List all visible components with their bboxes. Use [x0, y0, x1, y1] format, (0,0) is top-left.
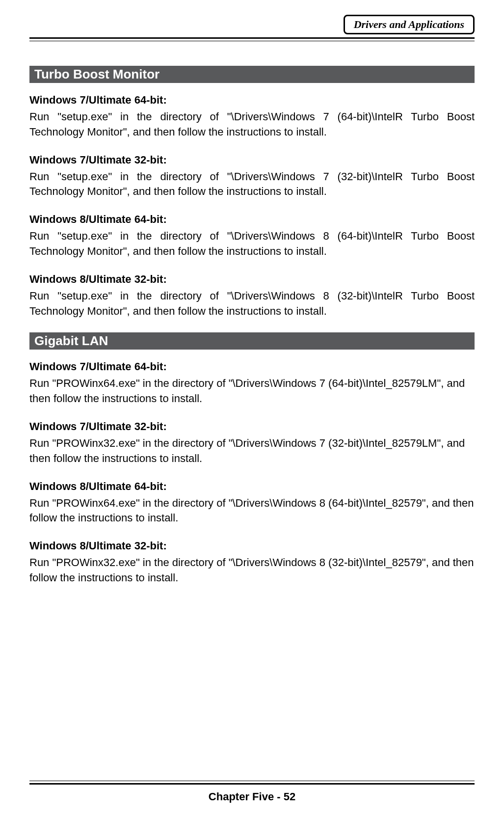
header-badge: Drivers and Applications — [344, 15, 475, 34]
subhead: Windows 7/Ultimate 64-bit: — [29, 94, 475, 107]
footer: Chapter Five - 52 — [29, 776, 475, 803]
body-text: Run "setup.exe" in the directory of "\Dr… — [29, 289, 475, 319]
body-text: Run "PROWinx64.exe" in the directory of … — [29, 496, 475, 526]
subhead: Windows 7/Ultimate 64-bit: — [29, 360, 475, 373]
subhead: Windows 8/Ultimate 32-bit: — [29, 540, 475, 552]
section-title-turbo-boost: Turbo Boost Monitor — [29, 66, 475, 83]
body-text: Run "setup.exe" in the directory of "\Dr… — [29, 229, 475, 259]
subhead: Windows 7/Ultimate 32-bit: — [29, 154, 475, 166]
body-text: Run "setup.exe" in the directory of "\Dr… — [29, 169, 475, 200]
body-text: Run "PROWinx64.exe" in the directory of … — [29, 376, 475, 407]
header-rule — [29, 37, 475, 41]
subhead: Windows 8/Ultimate 32-bit: — [29, 273, 475, 286]
subhead: Windows 8/Ultimate 64-bit: — [29, 480, 475, 493]
body-text: Run "setup.exe" in the directory of "\Dr… — [29, 109, 475, 140]
page-container: Drivers and Applications Turbo Boost Mon… — [0, 0, 504, 815]
subhead: Windows 7/Ultimate 32-bit: — [29, 420, 475, 433]
subhead: Windows 8/Ultimate 64-bit: — [29, 213, 475, 226]
header-row: Drivers and Applications — [29, 15, 475, 34]
body-text: Run "PROWinx32.exe" in the directory of … — [29, 555, 475, 586]
page-number: Chapter Five - 52 — [29, 790, 475, 803]
section-title-gigabit-lan: Gigabit LAN — [29, 332, 475, 350]
body-text: Run "PROWinx32.exe" in the directory of … — [29, 436, 475, 466]
footer-rule — [29, 781, 475, 785]
